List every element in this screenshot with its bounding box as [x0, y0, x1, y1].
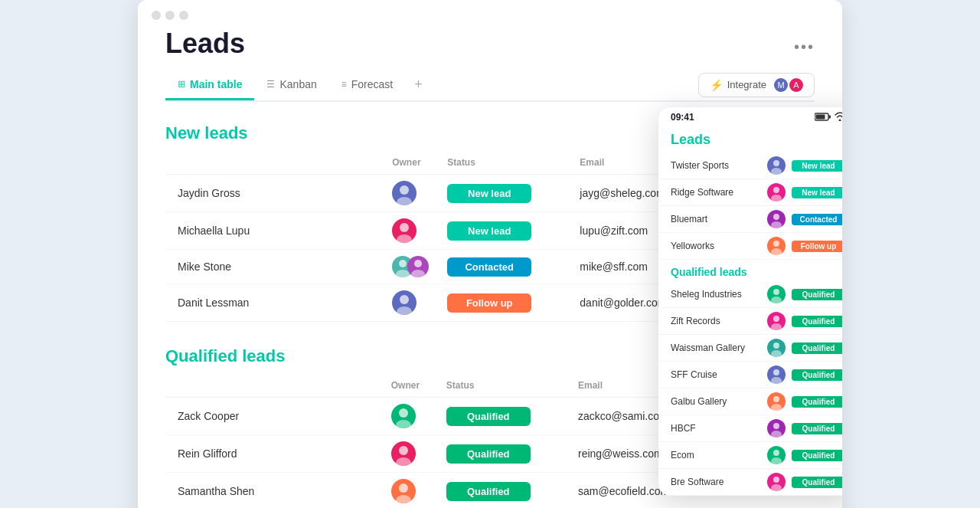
svg-point-38 [771, 377, 782, 384]
lead-owner [382, 435, 437, 473]
lead-status[interactable]: Follow up [438, 284, 570, 322]
svg-point-2 [400, 223, 409, 232]
page-title: Leads [165, 28, 245, 60]
more-options-button[interactable]: ••• [794, 38, 815, 56]
lead-name: Mike Stone [165, 250, 383, 284]
mobile-new-lead-row[interactable]: Twister Sports New lead [658, 152, 842, 179]
kanban-icon: ☰ [266, 79, 275, 90]
mobile-qualified-row[interactable]: SFF Cruise Qualified [658, 362, 842, 388]
svg-point-28 [771, 221, 782, 228]
mobile-company-name: Sheleg Industries [671, 289, 761, 300]
lead-name: Samantha Shen [165, 473, 382, 509]
svg-point-32 [771, 297, 782, 303]
mobile-company-name: Zift Records [671, 316, 761, 326]
mobile-qualified-row[interactable]: HBCF Qualified [658, 415, 842, 442]
svg-point-4 [399, 260, 407, 267]
mobile-qualified-leads: Sheleg Industries Qualified Zift Records… [658, 281, 842, 496]
lead-status[interactable]: Qualified [437, 435, 569, 473]
lead-status[interactable]: Qualified [437, 473, 569, 509]
integrate-icon: ⚡ [710, 79, 723, 91]
svg-point-6 [414, 260, 422, 267]
svg-point-7 [411, 270, 425, 277]
browser-chrome [138, 0, 842, 28]
mobile-status-badge: New lead [792, 187, 842, 198]
tab-kanban-label: Kanban [279, 78, 316, 90]
lead-status[interactable]: New lead [438, 175, 570, 212]
col-status-q: Status [437, 375, 569, 398]
tab-main-table-label: Main table [190, 78, 242, 90]
mobile-new-lead-row[interactable]: Bluemart Contacted [658, 206, 842, 233]
mobile-qualified-row[interactable]: Bre Software Qualified [658, 469, 842, 496]
lead-owner [383, 212, 438, 250]
mobile-status-badge: Qualified [792, 289, 842, 300]
lead-name: Danit Lessman [165, 284, 383, 322]
tab-kanban[interactable]: ☰ Kanban [254, 70, 328, 100]
mobile-company-name: Yelloworks [671, 241, 761, 251]
lead-owner [382, 398, 437, 435]
svg-point-44 [771, 457, 782, 464]
integrate-label: Integrate [727, 79, 766, 90]
svg-point-8 [400, 295, 409, 304]
mobile-qualified-row[interactable]: Sheleg Industries Qualified [658, 281, 842, 308]
wifi-icon [835, 112, 842, 123]
mobile-status-badge: Qualified [792, 396, 842, 408]
svg-rect-22 [829, 115, 831, 118]
mobile-overlay: 09:41 Leads Twister Sports New lead Ridg… [658, 107, 842, 496]
tab-forecast[interactable]: ≡ Forecast [329, 70, 405, 100]
mobile-avatar [767, 183, 786, 202]
mobile-avatar [767, 473, 786, 491]
lead-name: Zack Cooper [165, 398, 382, 435]
mobile-new-lead-row[interactable]: Ridge Software New lead [658, 179, 842, 206]
add-tab-button[interactable]: + [405, 69, 432, 100]
mobile-qualified-row[interactable]: Zift Records Qualified [658, 308, 842, 335]
svg-point-27 [773, 214, 779, 220]
mobile-new-lead-row[interactable]: Yelloworks Follow up [658, 233, 842, 260]
mobile-company-name: Bluemart [671, 214, 761, 225]
mobile-avatar [767, 210, 786, 228]
svg-point-40 [771, 404, 782, 411]
svg-point-33 [773, 316, 779, 322]
svg-point-43 [773, 450, 779, 456]
svg-point-41 [773, 423, 779, 429]
mobile-time: 09:41 [671, 112, 694, 123]
svg-point-14 [399, 483, 408, 493]
mobile-icons [815, 112, 842, 123]
col-name [165, 152, 383, 175]
mobile-qualified-title: Qualified leads [658, 260, 842, 281]
mobile-company-name: Ridge Software [671, 187, 761, 198]
mobile-qualified-row[interactable]: Galbu Gallery Qualified [658, 388, 842, 415]
lead-status[interactable]: Qualified [437, 398, 569, 435]
lead-name: Jaydin Gross [165, 175, 383, 212]
col-name-q [165, 375, 382, 398]
mobile-avatar [767, 392, 786, 411]
svg-point-26 [771, 195, 782, 202]
mobile-qualified-row[interactable]: Waissman Gallery Qualified [658, 335, 842, 362]
mobile-company-name: Bre Software [671, 477, 761, 487]
col-owner-q: Owner [382, 375, 437, 398]
mobile-avatar [767, 312, 786, 330]
svg-point-30 [771, 248, 782, 255]
lead-status[interactable]: Contacted [438, 250, 570, 284]
mobile-status-badge: Qualified [792, 316, 842, 327]
integrate-button[interactable]: ⚡ Integrate M A [698, 73, 815, 97]
mobile-status-badge: Follow up [792, 241, 842, 252]
mobile-status-badge: Qualified [792, 423, 842, 434]
svg-point-45 [773, 477, 779, 483]
svg-point-35 [773, 342, 779, 349]
lead-status[interactable]: New lead [438, 212, 570, 250]
svg-point-23 [773, 160, 779, 166]
mobile-company-name: HBCF [671, 423, 761, 434]
svg-point-1 [397, 197, 412, 205]
lead-owner [383, 250, 438, 284]
svg-point-46 [771, 484, 782, 491]
tabs-bar: ⊞ Main table ☰ Kanban ≡ Forecast + ⚡ Int… [165, 69, 815, 102]
svg-point-34 [771, 323, 782, 330]
integrate-avatar2: A [789, 78, 803, 92]
mobile-status-badge: Qualified [792, 342, 842, 354]
mobile-qualified-row[interactable]: Ecom Qualified [658, 442, 842, 469]
lead-name: Michaella Lupu [165, 212, 383, 250]
svg-point-12 [399, 446, 408, 455]
svg-point-11 [396, 420, 411, 428]
tab-main-table[interactable]: ⊞ Main table [165, 70, 254, 100]
svg-point-15 [396, 495, 411, 503]
